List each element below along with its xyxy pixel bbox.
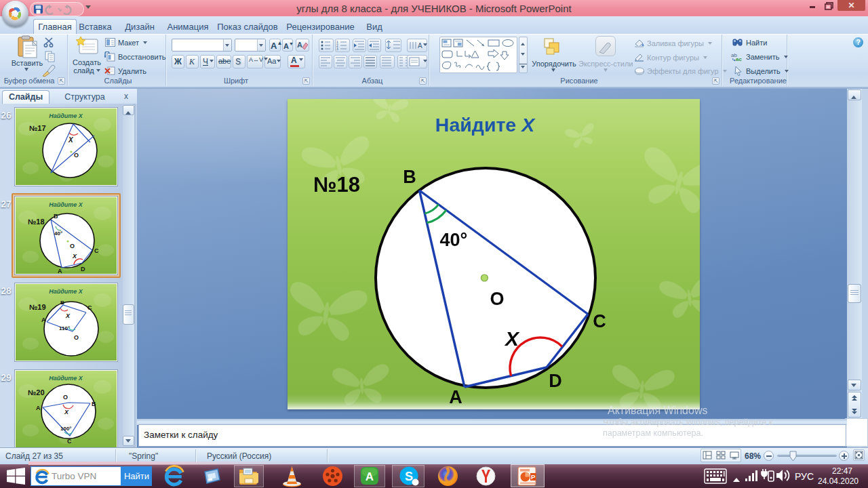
svg-text:X: X [504, 327, 520, 350]
svg-text:A: A [418, 42, 422, 49]
svg-text:D: D [81, 266, 85, 272]
svg-text:№17: №17 [29, 124, 46, 132]
svg-text:№20: №20 [28, 388, 45, 396]
svg-text:110°: 110° [59, 325, 70, 331]
svg-text:B: B [60, 300, 64, 306]
svg-text:3: 3 [336, 47, 338, 51]
svg-text:X: X [68, 136, 74, 144]
svg-text:B: B [54, 213, 58, 220]
svg-text:O: O [74, 334, 79, 341]
svg-text:B: B [92, 401, 96, 407]
svg-text:B: B [403, 167, 416, 187]
svg-text:Найдите X: Найдите X [49, 375, 83, 382]
svg-text:A: A [449, 387, 462, 407]
svg-text:Найдите X: Найдите X [435, 114, 536, 136]
svg-text:№18: №18 [313, 173, 360, 197]
svg-text:Найдите X: Найдите X [49, 201, 83, 208]
svg-text:O: O [490, 289, 504, 309]
svg-text:X: X [72, 253, 77, 260]
svg-text:A: A [297, 41, 302, 49]
svg-text:№18: №18 [28, 218, 45, 226]
svg-text:№19: №19 [29, 303, 46, 311]
svg-text:C: C [87, 304, 92, 311]
svg-text:C: C [94, 247, 99, 254]
svg-text:100°: 100° [60, 426, 72, 432]
svg-text:A: A [366, 470, 374, 483]
svg-text:C: C [593, 311, 606, 331]
svg-text:Найдите X: Найдите X [49, 113, 83, 119]
svg-text:X: X [65, 312, 71, 319]
svg-text:O: O [74, 152, 79, 159]
svg-text:P: P [531, 473, 536, 481]
svg-text:A: A [36, 405, 41, 411]
svg-text:40°: 40° [54, 230, 62, 237]
svg-text:O: O [63, 394, 68, 401]
svg-text:ac: ac [736, 56, 742, 62]
svg-text:A: A [41, 317, 46, 323]
svg-text:A: A [58, 268, 62, 274]
svg-text:C: C [67, 438, 72, 445]
svg-text:X: X [64, 409, 69, 415]
svg-text:40°: 40° [440, 230, 468, 250]
svg-text:Найдите X: Найдите X [49, 288, 83, 295]
svg-text:D: D [549, 371, 562, 391]
svg-text:S: S [405, 470, 413, 483]
svg-text:O: O [70, 243, 75, 249]
